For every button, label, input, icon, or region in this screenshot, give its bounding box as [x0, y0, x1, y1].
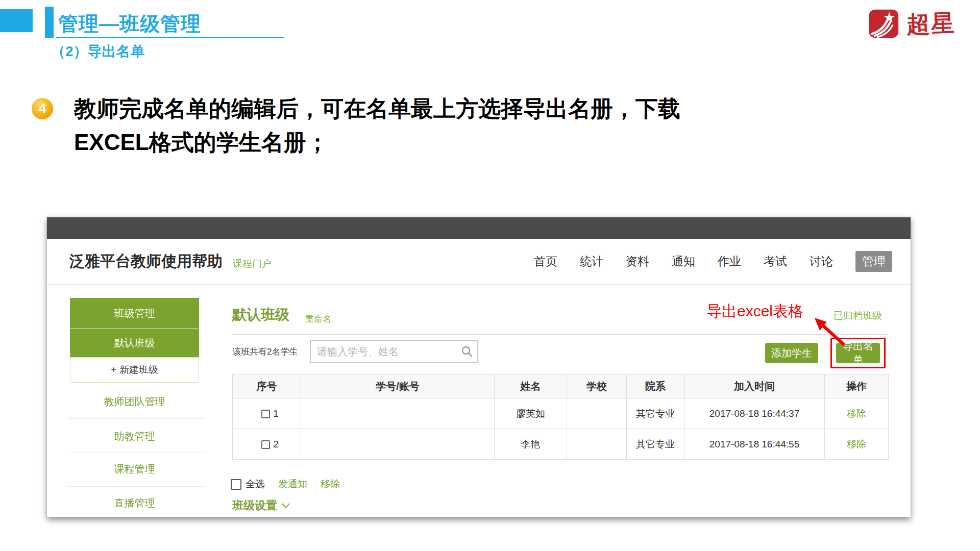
step-line-2: EXCEL格式的学生名册； — [74, 126, 814, 159]
nav-homework[interactable]: 作业 — [718, 254, 741, 269]
row-department: 其它专业 — [627, 429, 684, 460]
row-checkbox[interactable] — [261, 440, 270, 449]
row-department: 其它专业 — [627, 398, 684, 429]
screenshot-panel: 泛雅平台教师使用帮助 课程门户 首页 统计 资料 通知 作业 考试 讨论 管理 … — [47, 217, 911, 517]
class-title: 默认班级 — [232, 305, 289, 324]
nav-discussion[interactable]: 讨论 — [810, 254, 833, 269]
slide-subtitle: （2）导出名单 — [51, 42, 145, 61]
slide-title: 管理—班级管理 — [58, 10, 201, 38]
remove-selected-link[interactable]: 移除 — [321, 478, 340, 491]
brand-name: 超星 — [906, 7, 956, 40]
search-icon[interactable] — [457, 345, 477, 358]
col-index: 序号 — [233, 374, 301, 398]
remove-row-link[interactable]: 移除 — [847, 439, 866, 449]
select-all-label[interactable]: 全选 — [246, 478, 265, 491]
sidebar-divider — [68, 486, 205, 487]
nav-notices[interactable]: 通知 — [672, 254, 695, 269]
site-header: 泛雅平台教师使用帮助 课程门户 首页 统计 资料 通知 作业 考试 讨论 管理 — [47, 239, 911, 285]
nav-home[interactable]: 首页 — [534, 254, 557, 269]
nav-exams[interactable]: 考试 — [764, 254, 787, 269]
row-checkbox[interactable] — [261, 410, 270, 418]
student-search-box — [310, 340, 478, 363]
sidebar-item-new-class[interactable]: + 新建班级 — [70, 357, 199, 383]
site-title: 泛雅平台教师使用帮助 — [69, 251, 223, 272]
table-row: 2 李艳 其它专业 2017-08-18 16:44:55 移除 — [233, 429, 889, 460]
chevron-down-icon — [281, 503, 290, 509]
student-search-input[interactable] — [311, 346, 457, 358]
rename-link[interactable]: 重命名 — [305, 313, 331, 325]
col-account: 学号/账号 — [301, 374, 495, 398]
row-name: 廖英如 — [495, 398, 567, 429]
sidebar-divider — [68, 418, 205, 419]
student-count-label: 该班共有2名学生 — [232, 346, 298, 358]
top-nav: 首页 统计 资料 通知 作业 考试 讨论 管理 — [534, 251, 892, 272]
sidebar-item-live-management[interactable]: 直播管理 — [70, 496, 199, 510]
nav-materials[interactable]: 资料 — [626, 254, 649, 269]
students-table: 序号 学号/账号 姓名 学校 院系 加入时间 操作 1 廖英如 其它专业 201… — [232, 374, 889, 460]
nav-manage[interactable]: 管理 — [855, 251, 892, 272]
sidebar-divider — [68, 453, 205, 453]
col-department: 院系 — [627, 374, 684, 398]
row-index: 1 — [273, 408, 279, 419]
row-name: 李艳 — [495, 429, 567, 460]
sidebar-item-class-management[interactable]: 班级管理 — [70, 298, 199, 329]
row-school — [567, 398, 627, 429]
class-settings-toggle[interactable]: 班级设置 — [232, 498, 290, 513]
title-underline — [56, 37, 284, 38]
sidebar-item-default-class[interactable]: 默认班级 — [70, 329, 199, 357]
col-name: 姓名 — [495, 374, 567, 398]
col-join-time: 加入时间 — [684, 374, 825, 398]
row-account — [301, 429, 495, 460]
row-join-time: 2017-08-18 16:44:37 — [684, 398, 825, 429]
col-school: 学校 — [567, 374, 627, 398]
class-settings-label: 班级设置 — [232, 498, 277, 513]
browser-title-bar — [47, 217, 911, 239]
col-actions: 操作 — [825, 374, 889, 398]
slide: 管理—班级管理 （2）导出名单 超星 4 教师完成名单的编辑后，可在名单最上方选… — [0, 0, 980, 551]
row-join-time: 2017-08-18 16:44:55 — [684, 429, 825, 460]
step-instruction: 教师完成名单的编辑后，可在名单最上方选择导出名册，下载 EXCEL格式的学生名册… — [74, 92, 814, 159]
title-accent-block — [0, 9, 33, 32]
sidebar-item-ta-management[interactable]: 助教管理 — [70, 430, 199, 443]
nav-statistics[interactable]: 统计 — [580, 254, 603, 269]
brand-logo: 超星 — [867, 6, 974, 42]
remove-row-link[interactable]: 移除 — [847, 408, 866, 419]
title-accent-bar — [45, 7, 54, 38]
table-header-row: 序号 学号/账号 姓名 学校 院系 加入时间 操作 — [233, 374, 889, 398]
portal-link[interactable]: 课程门户 — [233, 257, 272, 270]
select-all-checkbox[interactable] — [231, 479, 241, 490]
step-number-badge: 4 — [32, 98, 53, 119]
section-divider — [232, 334, 888, 335]
sidebar-item-teacher-team[interactable]: 教师团队管理 — [70, 395, 199, 409]
step-line-1: 教师完成名单的编辑后，可在名单最上方选择导出名册，下载 — [74, 92, 814, 126]
export-annotation-text: 导出excel表格 — [706, 301, 803, 322]
bulk-actions-row: 全选 发通知 移除 — [231, 478, 340, 491]
table-row: 1 廖英如 其它专业 2017-08-18 16:44:37 移除 — [233, 398, 889, 429]
sidebar-item-course-management[interactable]: 课程管理 — [70, 462, 199, 476]
row-account — [301, 398, 495, 429]
chaoxing-star-icon — [867, 8, 901, 40]
row-school — [567, 429, 627, 460]
send-notice-link[interactable]: 发通知 — [278, 478, 307, 491]
annotation-arrow — [802, 313, 859, 352]
row-index: 2 — [273, 439, 279, 449]
